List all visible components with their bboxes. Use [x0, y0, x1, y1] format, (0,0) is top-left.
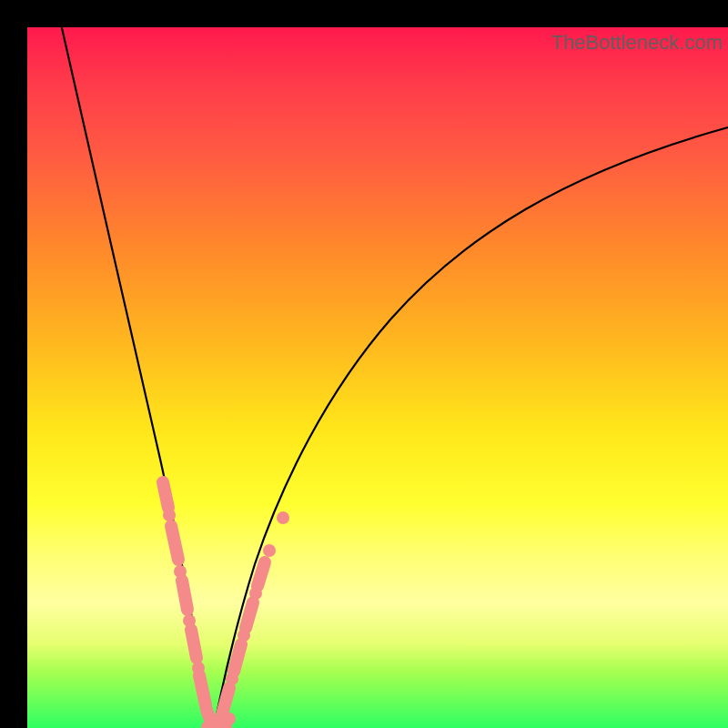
svg-point-9: [263, 544, 276, 557]
chart-svg: [27, 27, 728, 728]
chart-frame: TheBottleneck.com: [0, 0, 728, 728]
left-markers: [163, 482, 213, 728]
right-markers: [220, 511, 289, 721]
svg-point-0: [163, 509, 176, 521]
right-curve: [214, 127, 728, 728]
plot-area: TheBottleneck.com: [27, 27, 728, 728]
svg-point-10: [277, 511, 289, 524]
